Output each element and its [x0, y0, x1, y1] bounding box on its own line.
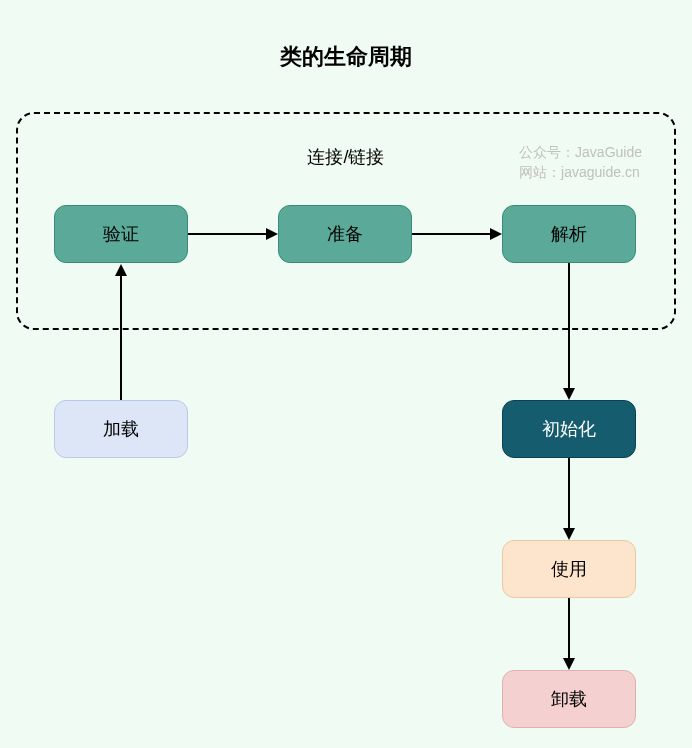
arrow-prepare-to-resolve: [412, 233, 490, 235]
arrow-verify-to-prepare: [188, 233, 266, 235]
arrow-resolve-to-initialize: [568, 263, 570, 389]
arrow-head-verify-to-prepare: [266, 228, 278, 240]
arrow-head-initialize-to-use: [563, 528, 575, 540]
arrow-use-to-unload: [568, 598, 570, 658]
watermark-line1: 公众号：JavaGuide: [519, 143, 642, 163]
arrow-initialize-to-use: [568, 458, 570, 528]
arrow-head-use-to-unload: [563, 658, 575, 670]
arrow-load-to-verify: [120, 275, 122, 400]
node-use: 使用: [502, 540, 636, 598]
node-load: 加载: [54, 400, 188, 458]
node-unload: 卸载: [502, 670, 636, 728]
watermark-line2: 网站：javaguide.cn: [519, 163, 642, 183]
arrow-head-prepare-to-resolve: [490, 228, 502, 240]
linking-phase-label: 连接/链接: [307, 145, 384, 169]
node-resolve: 解析: [502, 205, 636, 263]
node-initialize: 初始化: [502, 400, 636, 458]
watermark: 公众号：JavaGuide 网站：javaguide.cn: [519, 143, 642, 182]
node-verify: 验证: [54, 205, 188, 263]
diagram-title: 类的生命周期: [280, 42, 412, 72]
arrow-head-load-to-verify: [115, 264, 127, 276]
node-prepare: 准备: [278, 205, 412, 263]
arrow-head-resolve-to-initialize: [563, 388, 575, 400]
